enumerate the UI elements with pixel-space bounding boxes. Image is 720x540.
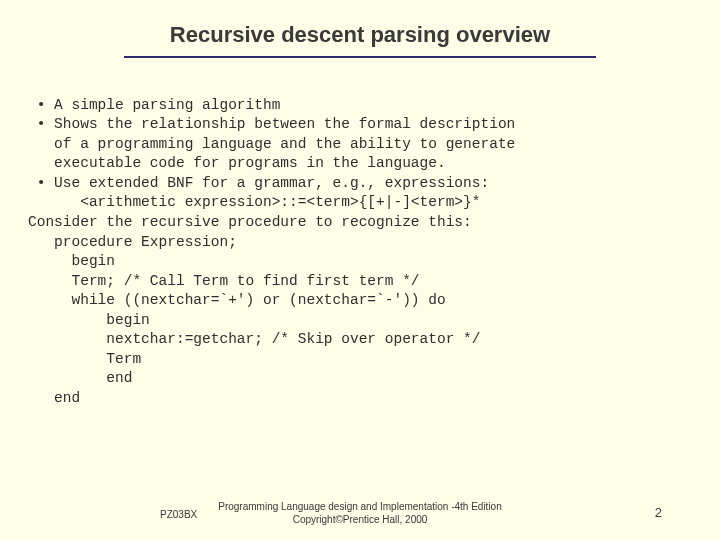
body-line: begin	[28, 253, 115, 269]
footer-credit-line: Copyright©Prentice Hall, 2000	[293, 514, 428, 525]
footer-credit: Programming Language design and Implemen…	[0, 501, 720, 526]
body-line: end	[28, 370, 132, 386]
title-underline	[124, 56, 596, 58]
body-line: Term; /* Call Term to find first term */	[28, 273, 420, 289]
body-line: procedure Expression;	[28, 234, 237, 250]
body-line: • A simple parsing algorithm	[28, 97, 280, 113]
body-line: end	[28, 390, 80, 406]
footer-credit-line: Programming Language design and Implemen…	[218, 501, 502, 512]
body-line: nextchar:=getchar; /* Skip over operator…	[28, 331, 480, 347]
slide-body: • A simple parsing algorithm • Shows the…	[0, 76, 720, 409]
body-line: begin	[28, 312, 150, 328]
body-line: Term	[28, 351, 141, 367]
footer-page-number: 2	[655, 505, 662, 520]
body-line: Consider the recursive procedure to reco…	[28, 214, 472, 230]
body-line: • Use extended BNF for a grammar, e.g., …	[28, 175, 489, 191]
body-line: • Shows the relationship between the for…	[28, 116, 515, 132]
footer-code: PZ03BX	[160, 509, 197, 520]
body-line: executable code for programs in the lang…	[28, 155, 446, 171]
slide-footer: PZ03BX Programming Language design and I…	[0, 501, 720, 526]
slide: Recursive descent parsing overview • A s…	[0, 0, 720, 540]
body-line: of a programming language and the abilit…	[28, 136, 515, 152]
slide-title: Recursive descent parsing overview	[0, 0, 720, 56]
body-line: <arithmetic expression>::=<term>{[+|-]<t…	[28, 194, 480, 210]
body-line: while ((nextchar=`+') or (nextchar=`-'))…	[28, 292, 446, 308]
